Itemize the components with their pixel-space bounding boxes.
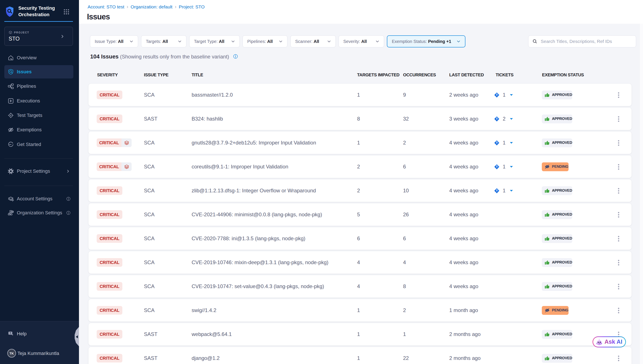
svg-text:?: ? xyxy=(10,332,11,335)
